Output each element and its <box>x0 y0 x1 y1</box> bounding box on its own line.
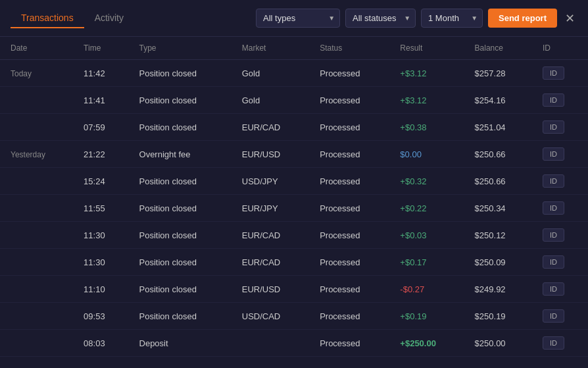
cell-balance: $257.28 <box>464 60 532 87</box>
cell-market: EUR/JPY <box>232 195 309 222</box>
send-report-button[interactable]: Send report <box>488 9 557 28</box>
type-select[interactable]: All typesPosition closedOvernight feeDep… <box>256 9 340 28</box>
cell-type: Position closed <box>129 168 232 195</box>
cell-market: EUR/USD <box>232 141 309 168</box>
col-type: Type <box>129 37 232 60</box>
cell-date <box>0 330 73 357</box>
cell-result: $0.00 <box>389 141 464 168</box>
status-select[interactable]: All statusesProcessedPending <box>345 9 416 28</box>
cell-type: Position closed <box>129 195 232 222</box>
cell-id: ID <box>532 114 588 141</box>
table-row: 11:55 Position closed EUR/JPY Processed … <box>0 195 588 222</box>
tab-transactions[interactable]: Transactions <box>11 9 84 28</box>
cell-date <box>0 87 73 114</box>
id-button[interactable]: ID <box>543 336 564 350</box>
cell-id: ID <box>532 330 588 357</box>
cell-id: ID <box>532 276 588 303</box>
cell-result: +$0.22 <box>389 195 464 222</box>
cell-result: +$3.12 <box>389 87 464 114</box>
table-row: 11:41 Position closed Gold Processed +$3… <box>0 87 588 114</box>
cell-result: +$0.19 <box>389 303 464 330</box>
cell-time: 15:24 <box>73 168 128 195</box>
col-id: ID <box>532 37 588 60</box>
id-button[interactable]: ID <box>543 66 564 80</box>
cell-time: 07:59 <box>73 114 128 141</box>
cell-id: ID <box>532 168 588 195</box>
cell-date <box>0 222 73 249</box>
cell-balance: $254.16 <box>464 87 532 114</box>
cell-type: Position closed <box>129 114 232 141</box>
cell-time: 08:03 <box>73 330 128 357</box>
cell-type: Overnight fee <box>129 141 232 168</box>
period-select[interactable]: 1 Month1 Week3 Months1 Year <box>421 9 483 28</box>
cell-market: EUR/CAD <box>232 114 309 141</box>
cell-id: ID <box>532 222 588 249</box>
cell-status: Processed <box>309 60 389 87</box>
table-container: Date Time Type Market Status Result Bala… <box>0 37 588 357</box>
cell-result: +$250.00 <box>389 330 464 357</box>
cell-date: Yesterday <box>0 141 73 168</box>
close-button[interactable]: ✕ <box>562 10 577 27</box>
table-row: 11:10 Position closed EUR/USD Processed … <box>0 276 588 303</box>
cell-type: Position closed <box>129 87 232 114</box>
cell-balance: $249.92 <box>464 276 532 303</box>
table-row: 09:53 Position closed USD/CAD Processed … <box>0 303 588 330</box>
cell-result: +$0.17 <box>389 249 464 276</box>
tab-group: Transactions Activity <box>11 9 134 28</box>
id-button[interactable]: ID <box>543 201 564 215</box>
type-select-wrapper: All typesPosition closedOvernight feeDep… <box>256 9 340 28</box>
period-select-wrapper: 1 Month1 Week3 Months1 Year ▼ <box>421 9 483 28</box>
cell-id: ID <box>532 195 588 222</box>
cell-balance: $250.00 <box>464 330 532 357</box>
cell-status: Processed <box>309 303 389 330</box>
cell-time: 11:10 <box>73 276 128 303</box>
id-button[interactable]: ID <box>543 255 564 269</box>
cell-result: +$0.38 <box>389 114 464 141</box>
cell-status: Processed <box>309 249 389 276</box>
cell-balance: $250.66 <box>464 168 532 195</box>
col-result: Result <box>389 37 464 60</box>
id-button[interactable]: ID <box>543 93 564 107</box>
cell-status: Processed <box>309 195 389 222</box>
cell-date <box>0 276 73 303</box>
id-button[interactable]: ID <box>543 282 564 296</box>
table-row: 08:03 Deposit Processed +$250.00 $250.00… <box>0 330 588 357</box>
cell-type: Position closed <box>129 222 232 249</box>
cell-status: Processed <box>309 141 389 168</box>
table-row: 15:24 Position closed USD/JPY Processed … <box>0 168 588 195</box>
cell-type: Deposit <box>129 330 232 357</box>
table-row: Today 11:42 Position closed Gold Process… <box>0 60 588 87</box>
id-button[interactable]: ID <box>543 228 564 242</box>
id-button[interactable]: ID <box>543 120 564 134</box>
col-status: Status <box>309 37 389 60</box>
id-button[interactable]: ID <box>543 147 564 161</box>
cell-status: Processed <box>309 276 389 303</box>
status-select-wrapper: All statusesProcessedPending ▼ <box>345 9 416 28</box>
cell-id: ID <box>532 87 588 114</box>
col-market: Market <box>232 37 309 60</box>
cell-result: +$0.32 <box>389 168 464 195</box>
id-button[interactable]: ID <box>543 174 564 188</box>
cell-market: USD/CAD <box>232 303 309 330</box>
cell-time: 11:30 <box>73 249 128 276</box>
tab-activity[interactable]: Activity <box>84 9 134 28</box>
cell-type: Position closed <box>129 60 232 87</box>
cell-market: Gold <box>232 87 309 114</box>
controls: All typesPosition closedOvernight feeDep… <box>256 9 577 28</box>
cell-date <box>0 303 73 330</box>
table-header-row: Date Time Type Market Status Result Bala… <box>0 37 588 60</box>
cell-market <box>232 330 309 357</box>
cell-market: EUR/CAD <box>232 249 309 276</box>
cell-id: ID <box>532 303 588 330</box>
cell-balance: $250.66 <box>464 141 532 168</box>
cell-market: EUR/CAD <box>232 222 309 249</box>
col-time: Time <box>73 37 128 60</box>
cell-date <box>0 249 73 276</box>
cell-type: Position closed <box>129 249 232 276</box>
table-row: 11:30 Position closed EUR/CAD Processed … <box>0 222 588 249</box>
cell-market: Gold <box>232 60 309 87</box>
cell-balance: $251.04 <box>464 114 532 141</box>
table-row: 07:59 Position closed EUR/CAD Processed … <box>0 114 588 141</box>
table-row: Yesterday 21:22 Overnight fee EUR/USD Pr… <box>0 141 588 168</box>
id-button[interactable]: ID <box>543 309 564 323</box>
